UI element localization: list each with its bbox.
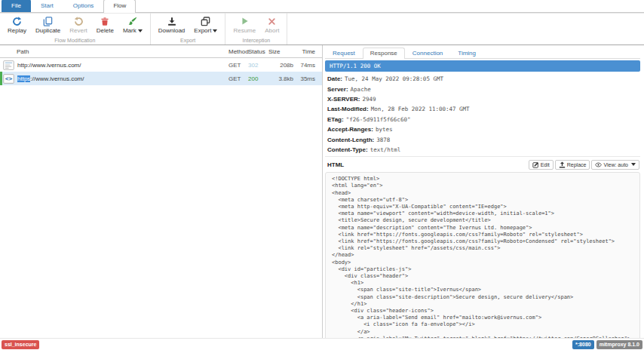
delete-label: Delete: [97, 27, 114, 34]
copy-icon: [43, 16, 53, 26]
view-mode-button[interactable]: View: auto: [591, 160, 639, 170]
revert-label: Revert: [69, 27, 87, 34]
replay-button[interactable]: Replay: [5, 15, 29, 35]
header-value: text/html: [370, 146, 401, 153]
column-header-size[interactable]: Size: [268, 48, 293, 55]
http-status-line[interactable]: HTTP/1.1 200 OK: [325, 60, 640, 72]
repeat-icon: [12, 16, 22, 26]
flow-status: 302: [248, 62, 268, 69]
header-value: Apache: [351, 86, 371, 93]
svg-text:<>: <>: [5, 75, 13, 82]
export-label: Export: [194, 27, 217, 34]
header-value: 3878: [376, 137, 390, 143]
menu-tab-options[interactable]: Options: [63, 0, 104, 12]
revert-button[interactable]: Revert: [66, 15, 90, 35]
duplicate-button[interactable]: Duplicate: [32, 15, 63, 35]
download-button[interactable]: Download: [155, 15, 189, 35]
tab-response[interactable]: Response: [363, 48, 405, 59]
flow-method: GET: [228, 75, 248, 82]
column-header-time[interactable]: Time: [293, 48, 322, 55]
redirect-document-icon: [3, 60, 14, 70]
flow-path: http://www.ivernus.com/: [17, 62, 228, 69]
clone-icon: [201, 16, 210, 26]
menu-tab-file[interactable]: File: [2, 0, 31, 12]
toolbar: Replay Duplicate Revert: [0, 13, 644, 45]
header-name: Server: [327, 86, 348, 93]
export-button[interactable]: Export: [191, 15, 220, 35]
menu-bar: File Start Options Flow: [0, 0, 644, 13]
duplicate-label: Duplicate: [35, 27, 60, 34]
header-name: Content-Type: [327, 146, 368, 153]
flow-path: https://www.ivernus.com/: [17, 75, 228, 82]
listen-address-badge: *:8080: [572, 340, 594, 349]
mitmweb-window: File Start Options Flow Replay Duplicate: [0, 0, 644, 350]
flow-time: 74ms: [293, 62, 322, 69]
flow-row-selected[interactable]: <> https://www.ivernus.com/ GET 200 3.8k…: [0, 72, 322, 85]
ssl-insecure-badge[interactable]: ssl_insecure: [2, 340, 39, 349]
html-document-icon: <>: [3, 74, 14, 84]
flow-list: Path Method Status Size Time http://www.…: [0, 45, 323, 338]
mark-button[interactable]: Mark: [120, 15, 146, 35]
caret-down-icon: [631, 163, 636, 166]
toolbar-group-label: Interception: [230, 36, 282, 44]
upload-icon: [559, 161, 566, 168]
flow-status: 200: [248, 75, 268, 82]
header-value: Tue, 24 May 2022 09:28:05 GMT: [345, 75, 443, 82]
header-value: "f26-5d911f5f66c60": [346, 116, 411, 123]
column-header-method[interactable]: Method: [228, 48, 248, 55]
trash-icon: [100, 16, 109, 26]
header-value: Mon, 28 Feb 2022 11:00:47 GMT: [371, 106, 470, 112]
menu-tab-flow[interactable]: Flow: [103, 0, 136, 13]
detail-tabs: Request Response Connection Timing: [325, 48, 640, 59]
caret-down-icon: [213, 29, 217, 32]
download-label: Download: [158, 27, 186, 34]
response-headers: DateTue, 24 May 2022 09:28:05 GMT Server…: [325, 72, 640, 155]
column-header-status[interactable]: Status: [248, 48, 268, 55]
header-row[interactable]: X-SERVER2949: [327, 94, 640, 104]
toolbar-group-label: Flow Modification: [5, 36, 146, 44]
header-row[interactable]: DateTue, 24 May 2022 09:28:05 GMT: [327, 74, 640, 84]
flow-time: 35ms: [293, 75, 322, 82]
header-row[interactable]: ETag"f26-5d911f5f66c60": [327, 115, 640, 124]
content-type-label: HTML: [327, 161, 344, 168]
resume-label: Resume: [233, 27, 256, 34]
pencil-square-icon: [532, 161, 539, 168]
column-header-path[interactable]: Path: [2, 48, 228, 55]
header-row[interactable]: ServerApache: [327, 84, 640, 94]
response-body-viewer[interactable]: <!DOCTYPE html> <html lang="en"> <head> …: [325, 172, 640, 338]
header-value: bytes: [376, 126, 393, 133]
flow-row[interactable]: http://www.ivernus.com/ GET 302 208b 74m…: [0, 58, 322, 72]
flow-size: 208b: [268, 62, 293, 69]
header-name: ETag: [327, 116, 344, 123]
header-row[interactable]: Content-Typetext/html: [327, 145, 640, 155]
delete-button[interactable]: Delete: [94, 15, 117, 35]
toolbar-group-flow-modification: Replay Duplicate Revert: [0, 13, 151, 45]
header-name: Content-Length: [327, 137, 374, 143]
header-row[interactable]: Accept-Rangesbytes: [327, 124, 640, 134]
tab-request[interactable]: Request: [325, 48, 363, 58]
response-body-section: HTML Edit Replace View: auto: [325, 156, 640, 338]
header-name: Date: [327, 75, 342, 82]
times-icon: [268, 16, 276, 26]
menu-tab-start[interactable]: Start: [31, 0, 63, 12]
tab-connection[interactable]: Connection: [405, 48, 450, 58]
header-row[interactable]: Content-Length3878: [327, 134, 640, 144]
status-bar: ssl_insecure *:8080 mitmproxy 8.1.0: [0, 338, 644, 350]
abort-button[interactable]: Abort: [262, 15, 282, 35]
mark-label: Mark: [123, 27, 143, 34]
edit-button[interactable]: Edit: [529, 160, 554, 170]
toolbar-group-interception: Resume Abort Interception: [225, 13, 287, 45]
flow-method: GET: [228, 62, 248, 69]
header-value: 2949: [362, 96, 376, 103]
header-name: Last-Modified: [327, 106, 369, 112]
download-icon: [167, 16, 176, 26]
tab-timing[interactable]: Timing: [450, 48, 483, 58]
caret-down-icon: [138, 29, 143, 32]
resume-button[interactable]: Resume: [230, 15, 259, 35]
version-badge: mitmproxy 8.1.0: [596, 340, 642, 349]
toolbar-group-label: Export: [155, 36, 221, 44]
header-row[interactable]: Last-ModifiedMon, 28 Feb 2022 11:00:47 G…: [327, 104, 640, 114]
replace-button[interactable]: Replace: [555, 160, 590, 170]
html-source-code: <!DOCTYPE html> <html lang="en"> <head> …: [332, 176, 633, 338]
flow-size: 3.8kb: [268, 75, 293, 82]
